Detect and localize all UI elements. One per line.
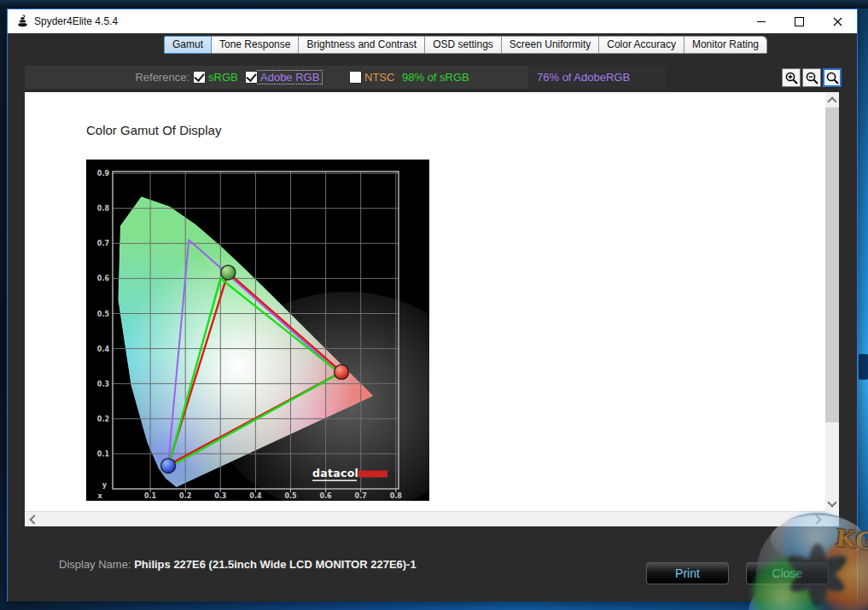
- minimize-button[interactable]: [742, 9, 780, 33]
- scroll-down-button[interactable]: [825, 496, 839, 511]
- tab-screen-uniformity[interactable]: Screen Uniformity: [502, 36, 599, 54]
- titlebar: Spyder4Elite 4.5.4: [8, 9, 857, 33]
- scroll-left-button[interactable]: [25, 512, 40, 526]
- zoom-in-button[interactable]: [782, 68, 801, 87]
- reference-bar: Reference: sRGB Adobe RGB NTSC 98% of sR…: [25, 66, 667, 89]
- svg-text:0.5: 0.5: [284, 492, 297, 500]
- adobe-rgb-checkbox[interactable]: [245, 71, 258, 84]
- desktop-background-left: [0, 9, 7, 601]
- magnifier-minus-icon: [805, 71, 819, 85]
- magnifier-icon: [825, 71, 840, 85]
- svg-text:0.4: 0.4: [97, 346, 110, 353]
- maximize-icon: [795, 17, 804, 26]
- svg-text:0.2: 0.2: [179, 492, 191, 500]
- chevron-right-icon: [812, 514, 821, 524]
- svg-text:0.3: 0.3: [214, 492, 226, 500]
- tab-monitor-rating[interactable]: Monitor Rating: [684, 36, 767, 54]
- adobergb-coverage-stat: 76% of AdobeRGB: [537, 66, 630, 89]
- srgb-checkbox-label[interactable]: sRGB: [206, 71, 241, 84]
- zoom-out-button[interactable]: [802, 68, 821, 87]
- vertical-scroll-thumb[interactable]: [825, 107, 839, 422]
- spyder-tripod-icon: [16, 15, 29, 28]
- svg-text:0.6: 0.6: [97, 275, 110, 282]
- ntsc-checkbox[interactable]: [349, 71, 362, 84]
- content-panel: Color Gamut Of Display 0.10.20.30.40.50.…: [25, 92, 825, 511]
- srgb-checkbox[interactable]: [193, 71, 206, 84]
- adobe-rgb-checkbox-label[interactable]: Adobe RGB: [258, 71, 322, 84]
- svg-text:0.7: 0.7: [355, 492, 367, 500]
- svg-text:0.1: 0.1: [97, 450, 110, 458]
- magnifier-plus-icon: [784, 71, 799, 85]
- close-icon: [833, 17, 842, 26]
- app-window: Spyder4Elite 4.5.4 Gamut Tone Response B…: [7, 9, 858, 601]
- desktop-background-right: [858, 9, 868, 601]
- ntsc-checkbox-label[interactable]: NTSC: [362, 71, 397, 84]
- close-window-button[interactable]: [818, 9, 857, 33]
- chevron-left-icon: [29, 514, 38, 524]
- tab-color-accuracy[interactable]: Color Accuracy: [599, 36, 684, 54]
- svg-text:0.2: 0.2: [97, 415, 109, 423]
- display-name-value: Philips 227E6 (21.5inch Wide LCD MONITOR…: [134, 558, 417, 571]
- reference-option-adobe-rgb: Adobe RGB: [245, 66, 322, 89]
- tab-tone-response[interactable]: Tone Response: [212, 36, 299, 54]
- display-name: Display Name: Philips 227E6 (21.5inch Wi…: [59, 558, 417, 571]
- srgb-coverage-stat: 98% of sRGB: [402, 66, 469, 89]
- svg-text:0.1: 0.1: [144, 492, 157, 500]
- app-body: Gamut Tone Response Brightness and Contr…: [8, 33, 857, 601]
- zoom-toolbar: [782, 68, 842, 89]
- svg-text:0.7: 0.7: [97, 240, 109, 247]
- svg-text:0.9: 0.9: [97, 170, 110, 177]
- svg-text:0.8: 0.8: [390, 492, 403, 500]
- svg-text:0.6: 0.6: [320, 492, 333, 500]
- print-button[interactable]: Print: [646, 562, 729, 584]
- tab-strip: Gamut Tone Response Brightness and Contr…: [164, 36, 767, 54]
- tab-brightness-contrast[interactable]: Brightness and Contrast: [299, 36, 425, 54]
- reference-label: Reference:: [25, 66, 189, 89]
- tab-osd-settings[interactable]: OSD settings: [425, 36, 502, 54]
- vertical-scrollbar[interactable]: [825, 92, 839, 511]
- window-title: Spyder4Elite 4.5.4: [34, 15, 118, 27]
- gamut-chart: 0.10.20.30.40.50.60.70.80.90.10.20.30.40…: [86, 160, 429, 501]
- svg-text:0.5: 0.5: [97, 311, 110, 318]
- reference-option-srgb: sRGB: [193, 66, 241, 89]
- svg-text:y: y: [102, 481, 108, 489]
- chevron-up-icon: [827, 96, 836, 106]
- svg-text:x: x: [97, 492, 102, 500]
- scrollbar-corner: [825, 511, 839, 526]
- tab-gamut[interactable]: Gamut: [164, 36, 212, 54]
- display-name-label: Display Name:: [59, 558, 131, 571]
- svg-text:0.3: 0.3: [97, 381, 109, 388]
- maximize-button[interactable]: [780, 9, 818, 33]
- desktop-background-top: [0, 0, 868, 9]
- horizontal-scrollbar[interactable]: [25, 511, 825, 526]
- minimize-icon: [757, 21, 766, 22]
- page-title: Color Gamut Of Display: [86, 123, 221, 137]
- zoom-reset-button[interactable]: [823, 68, 842, 87]
- scroll-up-button[interactable]: [825, 92, 839, 107]
- desktop-background-bottom: [0, 601, 868, 610]
- svg-text:0.4: 0.4: [249, 492, 262, 500]
- footer: Display Name: Philips 227E6 (21.5inch Wi…: [8, 526, 857, 601]
- svg-text:0.8: 0.8: [97, 205, 110, 212]
- close-button[interactable]: Close: [746, 562, 829, 584]
- reference-option-ntsc: NTSC: [349, 66, 397, 89]
- desktop-shortcut-fragment: [859, 354, 868, 380]
- cie-chromaticity-diagram: 0.10.20.30.40.50.60.70.80.90.10.20.30.40…: [86, 160, 429, 501]
- scroll-right-button[interactable]: [810, 512, 825, 526]
- chevron-down-icon: [827, 497, 836, 507]
